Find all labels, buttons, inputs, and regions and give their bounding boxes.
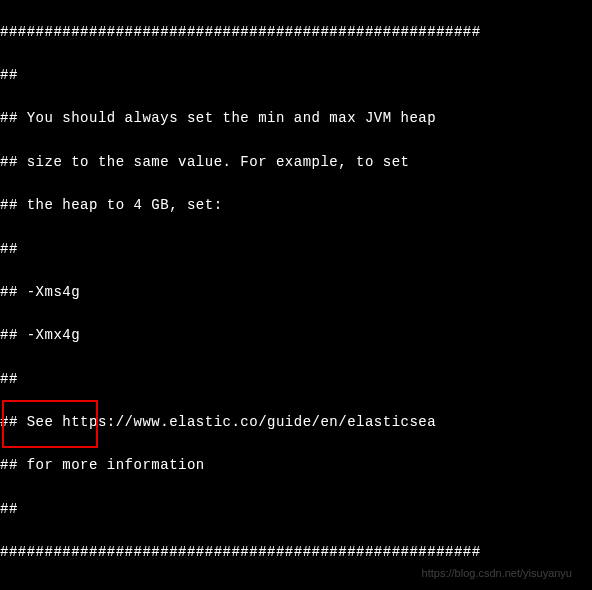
config-line: ## -Xms4g [0, 282, 592, 304]
config-line: ## [0, 65, 592, 87]
config-line: ## [0, 369, 592, 391]
watermark-text: https://blog.csdn.net/yisuyanyu [422, 565, 572, 582]
config-line: ## size to the same value. For example, … [0, 152, 592, 174]
config-line: ########################################… [0, 542, 592, 564]
config-line: ## for more information [0, 455, 592, 477]
config-line: ## [0, 499, 592, 521]
config-line: ## the heap to 4 GB, set: [0, 195, 592, 217]
config-line: ## You should always set the min and max… [0, 108, 592, 130]
config-line: ## [0, 239, 592, 261]
config-line: ########################################… [0, 22, 592, 44]
terminal-output: ########################################… [0, 0, 592, 590]
config-line: ## -Xmx4g [0, 325, 592, 347]
config-line: ## See https://www.elastic.co/guide/en/e… [0, 412, 592, 434]
